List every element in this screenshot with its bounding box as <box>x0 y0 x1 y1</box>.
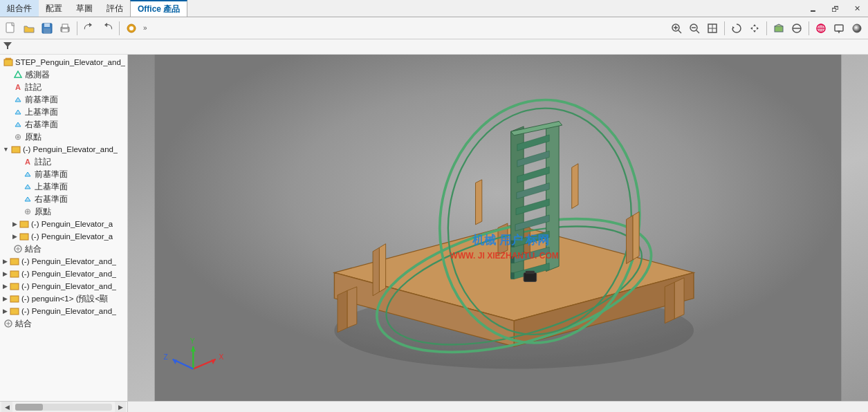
3d-viewport[interactable]: 机械 用户 标网 WWW. JI XIEZHANTU. COM X Y Z <box>128 55 868 401</box>
svg-marker-41 <box>15 122 21 127</box>
svg-rect-24 <box>775 26 783 32</box>
tree-item-subassembly-1[interactable]: ▼ (-) Penguin_Elevator_and_ <box>0 143 127 156</box>
feature-tree: STEP_Penguin_Elevator_and_ 感測器 A 註記 前基準面 <box>0 55 128 401</box>
pan-button[interactable] <box>746 20 763 37</box>
svg-rect-47 <box>20 234 28 240</box>
tree-item-origin-sub[interactable]: ⊕ 原點 <box>0 205 127 218</box>
tree-item-sensor[interactable]: 感測器 <box>0 68 127 81</box>
print-button[interactable] <box>57 20 73 37</box>
filter-icon[interactable] <box>3 41 12 53</box>
svg-rect-53 <box>10 283 19 290</box>
tree-item-origin[interactable]: ⊕ 原點 <box>0 131 127 143</box>
section-view-button[interactable] <box>788 20 805 37</box>
redo-button[interactable] <box>99 20 116 37</box>
tree-label-asm-3: (-) Penguin_Elevator_and_ <box>21 270 116 278</box>
svg-marker-40 <box>15 110 21 114</box>
tree-item-top-plane[interactable]: 上基準面 <box>0 106 127 118</box>
globe-button[interactable] <box>813 20 829 37</box>
tree-item-part-2[interactable]: ▶ (-) Penguin_Elevator_a <box>0 230 127 243</box>
scroll-right-button[interactable]: ▶ <box>115 402 126 413</box>
svg-marker-86 <box>511 272 515 279</box>
tree-item-note-sub[interactable]: A 註記 <box>0 156 127 168</box>
svg-marker-21 <box>753 30 756 32</box>
svg-rect-2 <box>44 24 50 27</box>
svg-point-8 <box>129 26 133 30</box>
toolbar-separator-1 <box>77 21 77 35</box>
tree-root: STEP_Penguin_Elevator_and_ 感測器 A 註記 前基準面 <box>0 55 127 331</box>
svg-rect-51 <box>10 259 19 265</box>
tree-item-join-1[interactable]: 結合 <box>0 243 127 255</box>
svg-marker-65 <box>338 290 347 332</box>
svg-rect-36 <box>4 59 12 66</box>
svg-line-14 <box>696 30 699 33</box>
menu-assembly[interactable]: 組合件 <box>0 0 39 17</box>
tree-item-right-plane[interactable]: 右基準面 <box>0 118 127 131</box>
rotate-button[interactable] <box>728 20 745 37</box>
horizontal-scrollbar-thumb[interactable] <box>15 404 43 411</box>
undo-button[interactable] <box>81 20 98 37</box>
tree-label-join-2: 結合 <box>15 319 32 329</box>
svg-rect-6 <box>62 29 68 32</box>
svg-text:机械 用户 标网: 机械 用户 标网 <box>472 233 549 247</box>
new-button[interactable] <box>3 20 19 37</box>
svg-marker-91 <box>633 212 639 260</box>
tree-item-top-plane-sub[interactable]: 上基準面 <box>0 180 127 193</box>
horizontal-scrollbar-track[interactable] <box>15 404 112 411</box>
tree-root-item[interactable]: STEP_Penguin_Elevator_and_ <box>0 56 127 68</box>
tree-label-penguin: (-) penguin<1> (預設<顯 <box>21 294 108 304</box>
svg-rect-95 <box>524 272 537 281</box>
tree-label-subassembly-1: (-) Penguin_Elevator_and_ <box>23 145 118 153</box>
restore-button[interactable]: 🗗 <box>824 0 846 17</box>
toolbar-more[interactable]: » <box>141 24 149 32</box>
svg-point-34 <box>853 24 861 32</box>
zoom-out-button[interactable] <box>686 20 703 37</box>
minimize-button[interactable]: 🗕 <box>802 0 824 17</box>
scroll-left-button[interactable]: ◀ <box>1 402 12 413</box>
menu-sketch[interactable]: 草圖 <box>69 0 100 17</box>
svg-marker-19 <box>732 26 735 29</box>
svg-marker-22 <box>750 27 752 30</box>
view-mode-button[interactable] <box>770 20 787 37</box>
svg-marker-43 <box>25 172 30 176</box>
tree-item-front-plane[interactable]: 前基準面 <box>0 93 127 106</box>
tree-label-join-1: 結合 <box>25 244 41 254</box>
svg-rect-3 <box>44 28 50 33</box>
tree-item-front-plane-sub[interactable]: 前基準面 <box>0 168 127 180</box>
menu-evaluate[interactable]: 評估 <box>100 0 130 17</box>
tree-item-asm-4[interactable]: ▶ (-) Penguin_Elevator_and_ <box>0 280 127 292</box>
tree-item-asm-2[interactable]: ▶ (-) Penguin_Elevator_and_ <box>0 255 127 268</box>
svg-marker-45 <box>25 197 30 201</box>
tree-item-part-1[interactable]: ▶ (-) Penguin_Elevator_a <box>0 218 127 230</box>
zoom-button[interactable] <box>668 20 685 37</box>
appearance-button[interactable] <box>849 20 865 37</box>
tree-label-note-1: 註記 <box>25 82 41 93</box>
close-button[interactable]: ✕ <box>846 0 868 17</box>
tree-item-right-plane-sub[interactable]: 右基準面 <box>0 193 127 205</box>
svg-line-10 <box>678 30 681 33</box>
tree-item-asm-5[interactable]: ▶ (-) Penguin_Elevator_and_ <box>0 305 127 317</box>
svg-text:Y: Y <box>190 337 195 345</box>
zoom-fit-button[interactable] <box>704 20 721 37</box>
tree-item-penguin[interactable]: ▶ (-) penguin<1> (預設<顯 <box>0 292 127 305</box>
toolbar-separator-4 <box>766 21 767 35</box>
save-button[interactable] <box>39 20 55 37</box>
svg-text:X: X <box>219 353 223 361</box>
svg-marker-38 <box>15 71 21 77</box>
tree-label-front-plane-sub: 前基準面 <box>35 169 68 180</box>
menu-config[interactable]: 配置 <box>39 0 69 17</box>
menu-office[interactable]: Office 產品 <box>130 0 187 17</box>
svg-rect-42 <box>12 147 20 153</box>
filter-bar <box>0 39 868 55</box>
tree-label-front-plane: 前基準面 <box>25 95 58 105</box>
toolbar-separator-3 <box>724 21 725 35</box>
tree-item-note-1[interactable]: A 註記 <box>0 81 127 93</box>
display-button[interactable] <box>831 20 847 37</box>
svg-marker-23 <box>757 27 759 30</box>
tree-item-join-2[interactable]: 結合 <box>0 317 127 330</box>
tree-label-origin: 原點 <box>25 132 41 142</box>
options-button[interactable] <box>123 20 140 37</box>
svg-text:Z: Z <box>164 353 168 361</box>
tree-item-asm-3[interactable]: ▶ (-) Penguin_Elevator_and_ <box>0 268 127 280</box>
open-button[interactable] <box>21 20 37 37</box>
svg-rect-31 <box>835 25 843 31</box>
